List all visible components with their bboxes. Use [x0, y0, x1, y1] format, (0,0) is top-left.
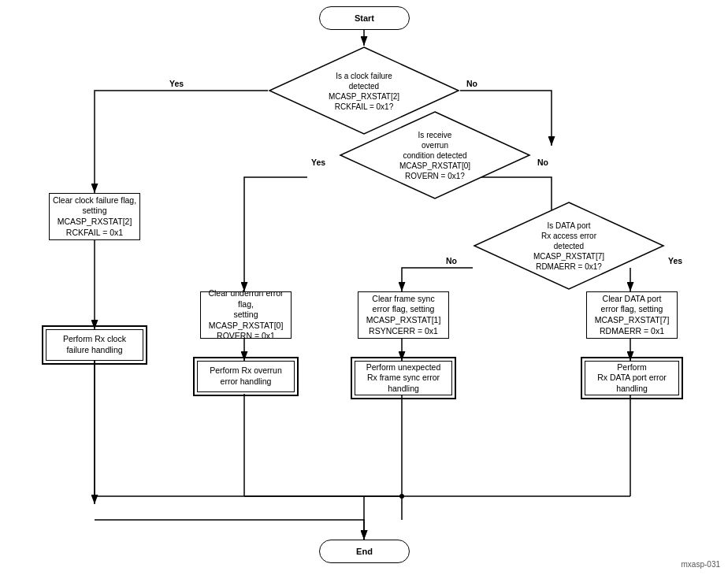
yes2-label: Yes [311, 158, 325, 167]
action2-node: Perform Rx overrun error handling [197, 361, 295, 392]
diamond2-node: Is receive overrun condition detected MC… [339, 110, 531, 201]
box1-node: Clear clock failure flag, setting MCASP_… [49, 193, 140, 240]
watermark: mxasp-031 [682, 560, 720, 569]
no2-label: No [537, 158, 548, 167]
action1-node: Perform Rx clock failure handling [46, 329, 143, 361]
action4-node: Perform Rx DATA port error handling [585, 361, 679, 395]
no1-label: No [466, 79, 477, 88]
diamond3-node: Is DATA port Rx access error detected MC… [473, 201, 665, 291]
box4-node: Clear DATA port error flag, setting MCAS… [586, 291, 678, 339]
no3-label: No [446, 256, 457, 265]
yes3-label: Yes [668, 256, 682, 265]
yes1-label: Yes [169, 79, 184, 88]
box2-node: Clear underrun error flag, setting MCASP… [200, 291, 292, 339]
action3-node: Perform unexpected Rx frame sync error h… [355, 361, 452, 395]
end-node: End [319, 540, 410, 563]
start-node: Start [319, 6, 410, 30]
flowchart-diagram: Start Is a clock failure detected MCASP_… [0, 0, 728, 575]
box3-node: Clear frame sync error flag, setting MCA… [358, 291, 449, 339]
